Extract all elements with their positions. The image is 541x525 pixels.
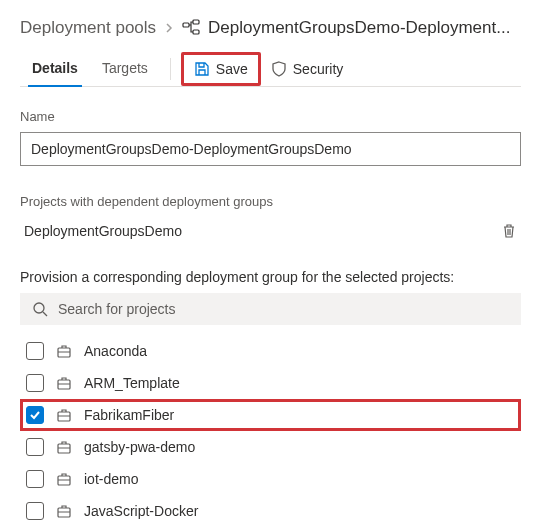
project-checkbox[interactable] <box>26 374 44 392</box>
chevron-right-icon <box>164 23 174 33</box>
deployment-group-icon <box>182 19 200 37</box>
dependent-groups-section: Projects with dependent deployment group… <box>20 194 521 245</box>
dependent-heading: Projects with dependent deployment group… <box>20 194 521 209</box>
project-item[interactable]: iot-demo <box>20 463 521 495</box>
delete-button[interactable] <box>501 223 517 239</box>
tab-details[interactable]: Details <box>20 52 90 86</box>
project-name: ARM_Template <box>84 375 180 391</box>
tab-targets[interactable]: Targets <box>90 52 160 86</box>
project-name: Anaconda <box>84 343 147 359</box>
briefcase-icon <box>56 375 72 391</box>
project-checkbox[interactable] <box>26 342 44 360</box>
project-checkbox[interactable] <box>26 470 44 488</box>
project-item[interactable]: Anaconda <box>20 335 521 367</box>
breadcrumb-parent[interactable]: Deployment pools <box>20 18 156 38</box>
svg-rect-1 <box>193 20 199 24</box>
briefcase-icon <box>56 439 72 455</box>
search-box[interactable] <box>20 293 521 325</box>
svg-rect-0 <box>183 23 189 27</box>
save-icon <box>194 61 210 77</box>
provision-section: Provision a corresponding deployment gro… <box>20 269 521 525</box>
project-item[interactable]: ARM_Template <box>20 367 521 399</box>
project-name: JavaScript-Docker <box>84 503 198 519</box>
briefcase-icon <box>56 503 72 519</box>
project-checkbox[interactable] <box>26 502 44 520</box>
project-item[interactable]: JavaScript-Docker <box>20 495 521 525</box>
svg-rect-2 <box>193 30 199 34</box>
svg-point-3 <box>34 303 44 313</box>
search-input[interactable] <box>58 301 509 317</box>
shield-icon <box>271 61 287 77</box>
search-icon <box>32 301 48 317</box>
briefcase-icon <box>56 471 72 487</box>
briefcase-icon <box>56 343 72 359</box>
project-checkbox[interactable] <box>26 438 44 456</box>
toolbar: Details Targets Save Security <box>20 52 521 87</box>
project-name: gatsby-pwa-demo <box>84 439 195 455</box>
project-list: AnacondaARM_TemplateFabrikamFibergatsby-… <box>20 335 521 525</box>
project-item[interactable]: FabrikamFiber <box>20 399 521 431</box>
project-item[interactable]: gatsby-pwa-demo <box>20 431 521 463</box>
briefcase-icon <box>56 407 72 423</box>
security-button-label: Security <box>293 61 344 77</box>
project-name: FabrikamFiber <box>84 407 174 423</box>
name-field-group: Name <box>20 109 521 166</box>
trash-icon <box>501 223 517 239</box>
dependent-project-name: DeploymentGroupsDemo <box>24 223 182 239</box>
breadcrumb: Deployment pools DeploymentGroupsDemo-De… <box>20 18 521 38</box>
name-input[interactable] <box>20 132 521 166</box>
save-button[interactable]: Save <box>181 52 261 86</box>
dependent-project-row: DeploymentGroupsDemo <box>20 217 521 245</box>
name-label: Name <box>20 109 521 124</box>
toolbar-divider <box>170 58 171 80</box>
provision-heading: Provision a corresponding deployment gro… <box>20 269 521 285</box>
save-button-label: Save <box>216 61 248 77</box>
project-checkbox[interactable] <box>26 406 44 424</box>
security-button[interactable]: Security <box>261 55 354 83</box>
breadcrumb-current: DeploymentGroupsDemo-Deployment... <box>208 18 510 38</box>
project-name: iot-demo <box>84 471 138 487</box>
